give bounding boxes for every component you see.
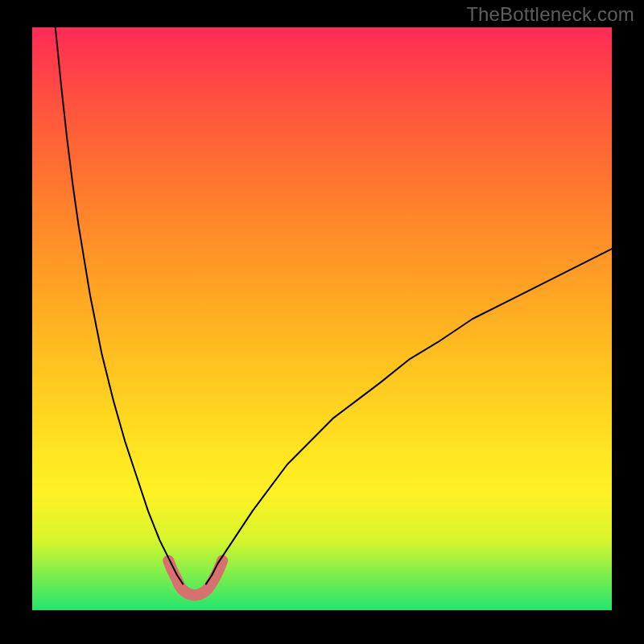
series-marker-valley: [168, 560, 222, 595]
series-curve-left: [56, 27, 183, 584]
plot-area: [32, 27, 612, 610]
chart-svg: [32, 27, 612, 610]
chart-root: TheBottleneck.com: [0, 0, 644, 644]
series-curve-right: [206, 249, 612, 584]
watermark-label: TheBottleneck.com: [466, 3, 634, 26]
